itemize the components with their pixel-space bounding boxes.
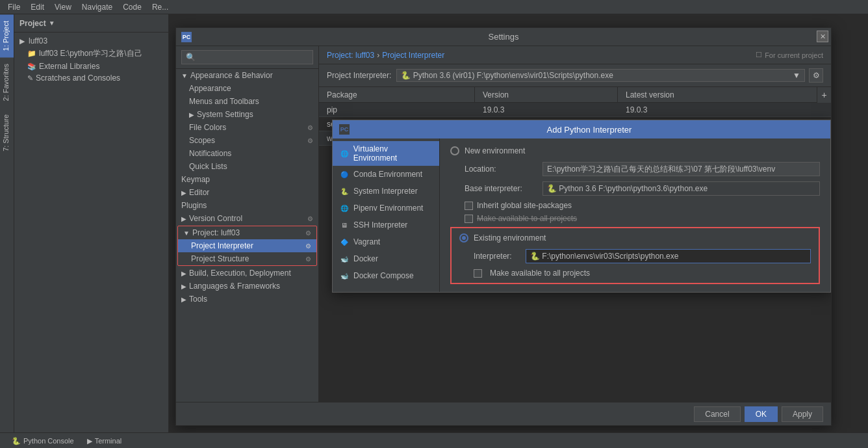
tree-item-ext-libraries[interactable]: 📚 External Libraries (14, 60, 168, 72)
settings-close-button[interactable]: ✕ (817, 31, 828, 42)
interpreter-gear-button[interactable]: ⚙ (809, 68, 823, 83)
bottom-tab-terminal[interactable]: ▶ Terminal (81, 433, 129, 449)
gear-icon: ⚙ (305, 243, 311, 250)
settings-search-area (176, 46, 318, 69)
menu-navigate[interactable]: Navigate (77, 0, 118, 14)
base-interpreter-select[interactable]: 🐍 Python 3.6 F:\python\python3.6\python.… (542, 181, 820, 196)
option-pipenv[interactable]: 🌐 Pipenv Environment (333, 200, 439, 217)
option-virtualenv[interactable]: 🌐 Virtualenv Environment (333, 141, 439, 166)
stree-version-control[interactable]: ▶ Version Control ⚙ (176, 212, 318, 225)
new-environment-radio[interactable] (450, 146, 459, 155)
gear-icon: ⚙ (305, 230, 311, 237)
option-conda[interactable]: 🔵 Conda Environment (333, 166, 439, 183)
breadcrumb-checkbox-icon: ☐ (756, 51, 762, 59)
folder-icon: 📁 (27, 49, 36, 58)
stree-keymap[interactable]: Keymap (176, 173, 318, 186)
vertical-tab-structure[interactable]: 7: Structure (0, 108, 14, 158)
stree-label: File Colors (189, 123, 226, 132)
terminal-icon: ▶ (87, 433, 92, 449)
stree-scopes[interactable]: Scopes ⚙ (176, 134, 318, 147)
tree-item-scratches[interactable]: ✎ Scratches and Consoles (14, 72, 168, 84)
location-label: Location: (465, 165, 542, 174)
cancel-button[interactable]: Cancel (694, 406, 740, 422)
option-label: Conda Environment (353, 170, 422, 179)
expand-icon: ▶ (189, 111, 194, 118)
stree-quick-lists[interactable]: Quick Lists (176, 160, 318, 173)
stree-project-luff03[interactable]: ▼ Project: luff03 ⚙ (178, 226, 316, 239)
stree-file-colors[interactable]: File Colors ⚙ (176, 121, 318, 134)
stree-menus-toolbars[interactable]: Menus and Toolbars (176, 95, 318, 108)
stree-build[interactable]: ▶ Build, Execution, Deployment (176, 267, 318, 280)
expand-icon: ▶ (181, 215, 186, 222)
sidebar-arrow: ▼ (49, 20, 55, 27)
base-interpreter-value: 🐍 Python 3.6 F:\python\python3.6\python.… (547, 184, 708, 193)
menu-view[interactable]: View (49, 0, 77, 14)
existing-environment-radio[interactable] (459, 233, 468, 243)
make-available-new-checkbox[interactable] (465, 215, 473, 223)
breadcrumb-note-text: For current project (765, 51, 823, 59)
make-available-new-label: Make available to all projects (477, 214, 577, 223)
stree-appearance-behavior[interactable]: ▼ Appearance & Behavior (176, 69, 318, 82)
stree-label: Version Control (189, 214, 242, 223)
vertical-tab-project[interactable]: 1: Project (0, 14, 14, 57)
add-package-button[interactable]: + (817, 87, 831, 103)
tree-item-luff03[interactable]: ▶ luff03 (14, 35, 168, 47)
interpreter-path-label: Interpreter: (474, 252, 526, 261)
stree-notifications[interactable]: Notifications (176, 147, 318, 160)
stree-project-structure[interactable]: Project Structure ⚙ (178, 252, 316, 265)
menu-refactor[interactable]: Re... (147, 0, 173, 14)
apply-button[interactable]: Apply (782, 406, 823, 422)
location-input[interactable] (542, 162, 820, 176)
stree-system-settings[interactable]: ▶ System Settings (176, 108, 318, 121)
system-icon: 🐍 (339, 186, 350, 196)
stree-plugins[interactable]: Plugins (176, 199, 318, 212)
pkg-name-pip: pip (319, 103, 475, 116)
option-docker-compose[interactable]: 🐋 Docker Compose (333, 267, 439, 284)
conda-icon: 🔵 (339, 169, 350, 179)
settings-search-input[interactable] (181, 50, 313, 64)
menu-code[interactable]: Code (118, 0, 147, 14)
stree-project-interpreter[interactable]: Project Interpreter ⚙ (178, 239, 316, 252)
option-label: Docker Compose (353, 271, 414, 280)
option-vagrant[interactable]: 🔷 Vagrant (333, 233, 439, 250)
stree-languages[interactable]: ▶ Languages & Frameworks (176, 280, 318, 293)
gear-icon: ⚙ (307, 137, 313, 144)
make-available-new-row: Make available to all projects (450, 214, 820, 223)
tree-item-luff03-folder[interactable]: 📁 luff03 E:\python学习之路\自己 (14, 47, 168, 60)
inherit-checkbox-row: Inherit global site-packages (450, 201, 820, 210)
inherit-checkbox[interactable] (465, 202, 473, 210)
bottom-tab-python-console[interactable]: 🐍 Python Console (5, 433, 81, 449)
menu-bar: File Edit View Navigate Code Re... (0, 0, 868, 14)
make-available-existing-checkbox[interactable] (474, 269, 482, 278)
option-system[interactable]: 🐍 System Interpreter (333, 183, 439, 200)
stree-label: Editor (189, 188, 209, 197)
stree-label: Project: luff03 (192, 228, 240, 237)
settings-bottom-bar: Cancel OK Apply (176, 402, 831, 425)
vertical-tab-favorites[interactable]: 2: Favorites (0, 57, 14, 107)
breadcrumb-project[interactable]: Project: luff03 (327, 51, 374, 60)
content-area: 1: Project 2: Favorites 7: Structure Pro… (0, 14, 868, 432)
interpreter-path-input[interactable]: 🐍 F:\python\envs\vir03\Scripts\python.ex… (526, 249, 811, 263)
settings-tree: ▼ Appearance & Behavior Appearance Menus… (176, 69, 318, 402)
option-ssh[interactable]: 🖥 SSH Interpreter (333, 217, 439, 233)
option-docker[interactable]: 🐋 Docker (333, 250, 439, 267)
breadcrumb: Project: luff03 › Project Interpreter ☐ … (319, 46, 831, 64)
add-interpreter-left: 🌐 Virtualenv Environment 🔵 Conda Environ… (333, 138, 440, 292)
add-interpreter-dialog: PC Add Python Interpreter 🌐 Virtualenv E… (332, 120, 831, 293)
ok-button[interactable]: OK (745, 406, 778, 422)
interpreter-select[interactable]: 🐍 Python 3.6 (vir01) F:\python\envs\vir0… (396, 69, 805, 82)
interpreter-label: Project Interpreter: (327, 71, 391, 80)
menu-edit[interactable]: Edit (25, 0, 49, 14)
menu-file[interactable]: File (3, 0, 25, 14)
stree-appearance[interactable]: Appearance (176, 82, 318, 95)
gear-icon: ⚙ (307, 124, 313, 131)
vagrant-icon: 🔷 (339, 237, 350, 247)
expand-icon: ▼ (183, 230, 190, 237)
option-label: SSH Interpreter (353, 220, 407, 230)
stree-editor[interactable]: ▶ Editor (176, 186, 318, 199)
tree-folder-label: luff03 E:\python学习之路\自己 (39, 48, 142, 59)
breadcrumb-page[interactable]: Project Interpreter (382, 51, 444, 60)
existing-environment-radio-row: Existing environment (459, 233, 811, 243)
option-label: System Interpreter (353, 187, 418, 196)
stree-tools[interactable]: ▶ Tools (176, 293, 318, 306)
